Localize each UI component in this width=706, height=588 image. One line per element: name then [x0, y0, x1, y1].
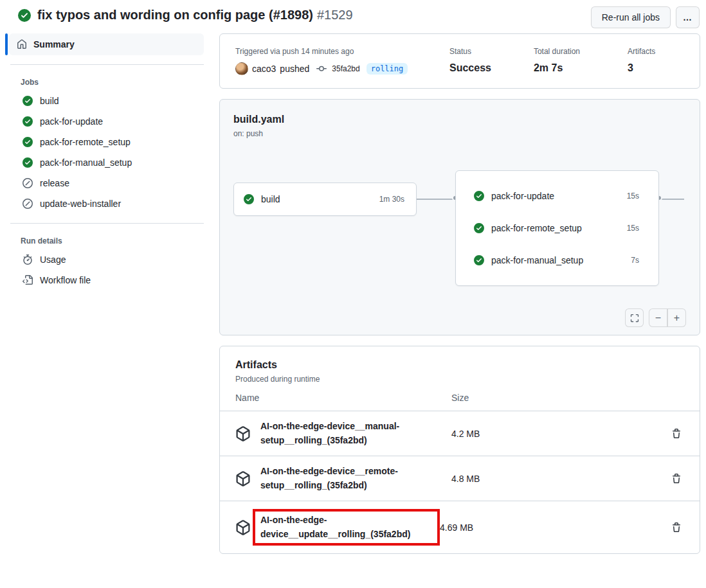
artifacts-subtitle: Produced during runtime: [235, 375, 684, 384]
branch-badge[interactable]: rolling: [367, 63, 408, 75]
selected-accent-bar: [5, 33, 8, 55]
check-circle-icon: [474, 223, 484, 233]
fullscreen-button[interactable]: [625, 308, 644, 327]
artifact-name-highlighted[interactable]: AI-on-the-edge-device__update__rolling_(…: [253, 509, 440, 546]
actor-action: pushed: [280, 64, 309, 74]
job-label: build: [40, 96, 59, 106]
check-circle-icon: [474, 191, 484, 201]
zoom-in-button[interactable]: +: [667, 308, 686, 327]
node-label: build: [261, 194, 280, 204]
job-label: update-web-installer: [40, 199, 121, 209]
run-summary-card: Triggered via push 14 minutes ago caco3 …: [219, 33, 700, 89]
job-label: pack-for-update: [40, 116, 103, 127]
sidebar-item-job-build[interactable]: build: [5, 91, 204, 111]
trigger-block: Triggered via push 14 minutes ago caco3 …: [235, 47, 449, 75]
graph-node-pack-group: pack-for-update 15s pack-for-remote_setu…: [455, 170, 659, 286]
sidebar-item-usage[interactable]: Usage: [5, 249, 204, 270]
sidebar: Summary Jobs build pack-for-update pack-…: [5, 33, 219, 290]
artifacts-header: Artifacts Produced during runtime: [220, 359, 700, 384]
artifact-name[interactable]: AI-on-the-edge-device__manual-setup__rol…: [260, 420, 451, 447]
check-circle-icon: [23, 96, 33, 106]
status-value: Success: [449, 62, 491, 74]
sidebar-item-job-release[interactable]: release: [5, 173, 204, 193]
zoom-out-button[interactable]: −: [649, 308, 667, 327]
actor-line: caco3 pushed 35fa2bd rolling: [235, 62, 449, 75]
artifact-name[interactable]: AI-on-the-edge-device__remote-setup__rol…: [260, 465, 451, 492]
artifact-row: AI-on-the-edge-device__manual-setup__rol…: [220, 411, 700, 456]
artifact-row: AI-on-the-edge-device__remote-setup__rol…: [220, 456, 700, 501]
run-details-label: Workflow file: [40, 275, 91, 285]
run-title-group: fix typos and wording on config page (#1…: [18, 6, 353, 22]
node-duration: 15s: [627, 192, 639, 200]
workflow-file-name: build.yaml: [233, 114, 684, 125]
sidebar-item-job-pack-for-manual-setup[interactable]: pack-for-manual_setup: [5, 152, 204, 173]
graph-controls: − +: [625, 308, 686, 327]
artifact-size: 4.69 MB: [440, 522, 473, 533]
file-code-icon: [23, 275, 33, 285]
trigger-line: Triggered via push 14 minutes ago: [235, 47, 449, 56]
actor-name[interactable]: caco3: [252, 64, 276, 74]
sidebar-item-job-pack-for-remote-setup[interactable]: pack-for-remote_setup: [5, 132, 204, 152]
artifacts-card: Artifacts Produced during runtime Name S…: [219, 346, 700, 554]
sidebar-item-summary[interactable]: Summary: [5, 33, 204, 55]
status-block: Status Success: [449, 47, 491, 75]
page-title: fix typos and wording on config page (#1…: [37, 8, 353, 22]
header-buttons: Re-run all jobs …: [591, 6, 700, 28]
sidebar-item-workflow-file[interactable]: Workflow file: [5, 270, 204, 290]
home-icon: [17, 39, 27, 49]
check-circle-icon: [23, 116, 33, 127]
run-details-label: Usage: [40, 254, 66, 265]
graph-node-build[interactable]: build 1m 30s: [233, 183, 417, 216]
run-title: fix typos and wording on config page (#1…: [37, 8, 313, 22]
graph-node-pack-for-update[interactable]: pack-for-update 15s: [474, 191, 639, 201]
duration-block: Total duration 2m 7s: [534, 47, 580, 75]
artifacts-title: Artifacts: [235, 359, 684, 371]
node-duration: 15s: [627, 224, 639, 233]
sidebar-item-job-pack-for-update[interactable]: pack-for-update: [5, 111, 204, 132]
rerun-all-jobs-button[interactable]: Re-run all jobs: [591, 6, 671, 28]
check-circle-icon: [244, 194, 254, 204]
graph-edge: [659, 199, 684, 200]
artifact-size: 4.2 MB: [451, 429, 480, 439]
column-header-size: Size: [451, 393, 469, 403]
node-label: pack-for-manual_setup: [491, 255, 583, 265]
node-label: pack-for-remote_setup: [491, 223, 582, 233]
graph-node-pack-for-manual-setup[interactable]: pack-for-manual_setup 7s: [474, 255, 639, 265]
artifacts-column-headers: Name Size: [220, 384, 700, 411]
duration-value: 2m 7s: [534, 62, 580, 74]
more-options-button[interactable]: …: [676, 6, 700, 28]
job-label: release: [40, 178, 69, 188]
artifacts-value: 3: [628, 62, 655, 74]
workflow-graph-card: build.yaml on: push build 1m 30s pack: [219, 99, 700, 335]
git-commit-icon: [316, 64, 327, 74]
run-details-heading: Run details: [5, 224, 204, 249]
package-icon: [235, 426, 251, 441]
artifact-size: 4.8 MB: [451, 474, 480, 484]
job-label: pack-for-remote_setup: [40, 137, 131, 147]
commit-sha[interactable]: 35fa2bd: [332, 64, 359, 73]
delete-artifact-button[interactable]: [669, 520, 684, 535]
artifacts-label: Artifacts: [628, 47, 655, 56]
sidebar-item-job-update-web-installer[interactable]: update-web-installer: [5, 193, 204, 214]
content-layout: Summary Jobs build pack-for-update pack-…: [0, 32, 706, 554]
skipped-icon: [23, 199, 33, 209]
job-label: pack-for-manual_setup: [40, 157, 132, 168]
node-duration: 7s: [631, 256, 639, 265]
avatar[interactable]: [235, 62, 248, 75]
check-circle-icon: [18, 9, 31, 22]
workflow-graph-canvas[interactable]: build 1m 30s pack-for-update 15s pack-fo…: [220, 145, 700, 335]
page-header: fix typos and wording on config page (#1…: [0, 0, 706, 32]
package-icon: [235, 471, 251, 486]
delete-artifact-button[interactable]: [669, 426, 684, 441]
delete-artifact-button[interactable]: [669, 471, 684, 486]
node-label: pack-for-update: [491, 191, 554, 201]
package-icon: [235, 520, 251, 535]
stopwatch-icon: [23, 254, 33, 265]
duration-label: Total duration: [534, 47, 580, 56]
graph-node-pack-for-remote-setup[interactable]: pack-for-remote_setup 15s: [474, 223, 639, 233]
jobs-heading: Jobs: [5, 65, 204, 91]
graph-edge: [417, 199, 455, 200]
summary-pill: Summary: [9, 33, 204, 55]
artifact-row: AI-on-the-edge-device__update__rolling_(…: [220, 501, 700, 553]
check-circle-icon: [23, 157, 33, 168]
